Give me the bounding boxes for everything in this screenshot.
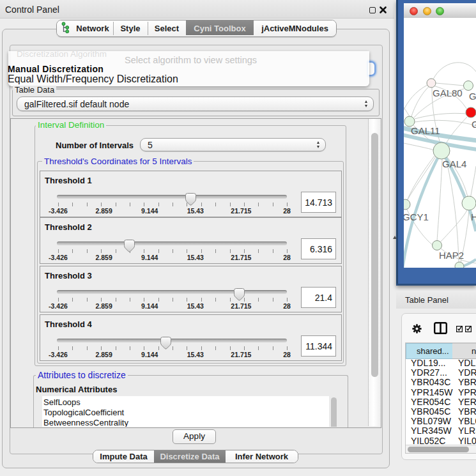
svg-text:GCY1: GCY1: [404, 211, 429, 222]
svg-text:GA: GA: [469, 91, 476, 102]
svg-text:GAL4: GAL4: [442, 158, 466, 169]
svg-text:GAL80: GAL80: [433, 88, 463, 98]
svg-text:G: G: [472, 119, 476, 130]
svg-text:H: H: [471, 211, 476, 222]
svg-text:GAL11: GAL11: [411, 125, 440, 136]
svg-text:HAP2: HAP2: [439, 250, 464, 261]
